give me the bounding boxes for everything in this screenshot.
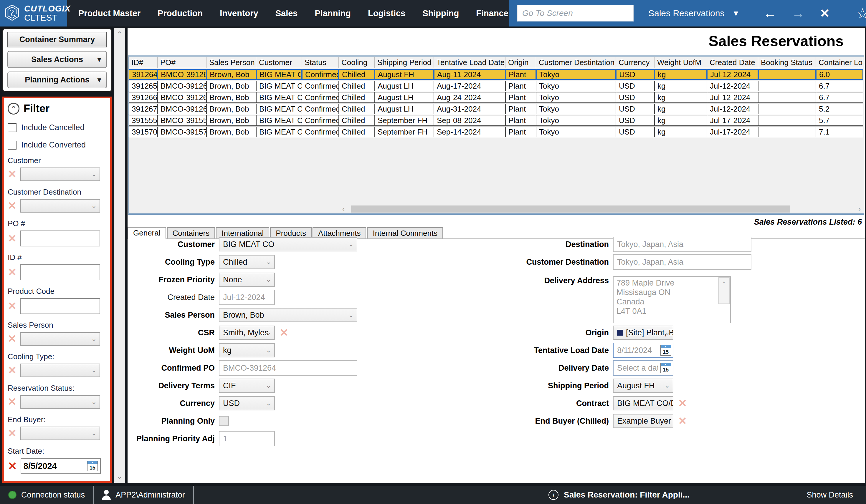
clear-field-icon[interactable]: ✕ xyxy=(279,327,288,338)
field-label-customer: Customer xyxy=(133,240,219,249)
nav-item-sales[interactable]: Sales xyxy=(275,9,298,18)
column-header-status[interactable]: Status xyxy=(302,57,339,68)
column-header-po[interactable]: PO# xyxy=(158,57,207,68)
go-to-screen-input[interactable] xyxy=(517,5,634,22)
select-value: None xyxy=(223,275,242,284)
nav-item-product-master[interactable]: Product Master xyxy=(78,9,141,18)
currency-select[interactable]: USD⌄ xyxy=(219,396,275,411)
filter-customer-select[interactable]: ⌄ xyxy=(20,168,100,181)
nav-item-production[interactable]: Production xyxy=(158,9,203,18)
nav-item-inventory[interactable]: Inventory xyxy=(220,9,258,18)
filter-po-input[interactable] xyxy=(20,231,100,246)
table-cell: Chilled xyxy=(339,126,375,137)
scroll-right-icon[interactable]: › xyxy=(858,205,861,213)
column-header-booking-status[interactable]: Booking Status xyxy=(758,57,816,68)
column-header-customer-destintation[interactable]: Customer Destintation xyxy=(536,57,616,68)
grid-horizontal-scrollbar[interactable]: ‹ › xyxy=(129,205,864,213)
column-header-currency[interactable]: Currency xyxy=(616,57,655,68)
close-screen-button[interactable]: ✕ xyxy=(820,7,830,20)
contract-select[interactable]: BIG MEAT CO/B⌄ xyxy=(613,396,673,411)
clear-field-icon[interactable]: ✕ xyxy=(678,416,687,426)
column-header-tentative-load-date[interactable]: Tentative Load Date xyxy=(434,57,506,68)
delivery-terms-select[interactable]: CIF⌄ xyxy=(219,379,275,393)
filter-customer-destination-select[interactable]: ⌄ xyxy=(20,199,100,213)
sales-actions-dropdown[interactable]: Sales Actions ▾ xyxy=(7,51,107,68)
sidebar-scrollbar[interactable]: ⌃ ⌄ xyxy=(114,28,125,483)
csr-select[interactable]: Smith, Myles⌄ xyxy=(219,326,275,340)
back-button[interactable]: ← xyxy=(763,5,777,21)
clear-filter-icon[interactable]: ✕ xyxy=(8,460,17,472)
filter-reservation-status-select[interactable]: ⌄ xyxy=(20,395,100,408)
screen-selector-dropdown[interactable]: Sales Reservations ▼ xyxy=(638,0,750,26)
scroll-left-icon[interactable]: ‹ xyxy=(342,205,345,213)
table-cell: 391570 xyxy=(129,126,158,137)
planning-only-checkbox[interactable] xyxy=(219,416,229,426)
scroll-up-icon[interactable]: ⌃ xyxy=(114,30,125,39)
checkbox-include-cancelled[interactable] xyxy=(8,123,16,132)
sales-person-select[interactable]: Brown, Bob⌄ xyxy=(219,308,357,322)
tab-general[interactable]: General xyxy=(127,227,166,239)
column-header-customer[interactable]: Customer xyxy=(256,57,302,68)
scroll-down-icon[interactable]: ⌄ xyxy=(114,472,125,481)
tentative-load-date-input[interactable]: 8/11/202415 xyxy=(613,343,673,358)
column-header-shipping-period[interactable]: Shipping Period xyxy=(375,57,434,68)
column-header-origin[interactable]: Origin xyxy=(506,57,536,68)
confirmed-po-input[interactable]: BMCO-391264 xyxy=(219,360,357,376)
delivery-date-input[interactable]: Select a date15 xyxy=(613,360,673,376)
calendar-icon[interactable]: 15 xyxy=(660,345,671,356)
textarea-scrollbar[interactable]: ⌄ xyxy=(719,277,730,304)
customer-select[interactable]: BIG MEAT CO⌄ xyxy=(219,237,357,251)
column-header-sales-person[interactable]: Sales Person xyxy=(207,57,256,68)
form-row-tentative-load-date: Tentative Load Date8/11/202415 xyxy=(489,341,813,359)
nav-item-finance[interactable]: Finance xyxy=(476,9,508,18)
column-header-weight-uofm[interactable]: Weight UofM xyxy=(655,57,707,68)
table-cell: Plant xyxy=(506,115,536,126)
filter-sales-person-select[interactable]: ⌄ xyxy=(20,332,100,346)
column-header-container-load[interactable]: Container Load xyxy=(816,57,863,68)
table-cell: BIG MEAT CO xyxy=(256,115,302,126)
frozen-priority-select[interactable]: None⌄ xyxy=(219,272,275,287)
delivery-address-textarea[interactable]: 789 Maple Drive Missisauga ON Canada L4T… xyxy=(613,276,731,323)
field-label-created-date: Created Date xyxy=(133,293,219,302)
shipping-period-select[interactable]: August FH⌄ xyxy=(613,379,673,393)
weight-uom-select[interactable]: kg⌄ xyxy=(219,343,275,357)
clear-field-icon[interactable]: ✕ xyxy=(678,398,687,408)
cooling-type-select[interactable]: Chilled⌄ xyxy=(219,255,275,269)
created-date-input[interactable]: Jul-12-2024 xyxy=(219,290,275,305)
collapse-filter-icon[interactable]: ⌃ xyxy=(8,103,20,114)
container-summary-button[interactable]: Container Summary xyxy=(7,32,107,47)
forward-button[interactable]: → xyxy=(791,5,805,21)
filter-product-code-input[interactable] xyxy=(20,298,100,314)
table-row[interactable]: 391264BMCO-391264Brown, BobBIG MEAT COCo… xyxy=(129,69,863,80)
filter-end-buyer-select[interactable]: ⌄ xyxy=(20,427,100,440)
filter-id-input[interactable] xyxy=(20,264,100,280)
origin-select[interactable]: [Site] Plant, B⌄ xyxy=(613,326,673,340)
filter-cooling-type-select[interactable]: ⌄ xyxy=(20,363,100,377)
checkbox-include-converted[interactable] xyxy=(8,141,16,149)
nav-item-shipping[interactable]: Shipping xyxy=(422,9,459,18)
table-row[interactable]: 391555BMCO-391555Brown, BobBIG MEAT COCo… xyxy=(129,115,863,126)
calendar-icon[interactable]: 15 xyxy=(87,461,98,471)
field-label-delivery-date: Delivery Date xyxy=(489,363,613,373)
column-header-created-date[interactable]: Created Date xyxy=(707,57,758,68)
column-header-id[interactable]: ID# xyxy=(129,57,158,68)
clear-filter-icon: ✕ xyxy=(8,428,16,439)
planning-actions-dropdown[interactable]: Planning Actions ▾ xyxy=(7,71,107,88)
end-buyer-chilled-select[interactable]: Example Buyer⌄ xyxy=(613,414,673,428)
filter-start-date-input[interactable]: 8/5/202415 xyxy=(21,458,101,474)
customer-destination-input[interactable]: Tokyo, Japan, Asia xyxy=(613,254,752,270)
table-row[interactable]: 391266BMCO-391266Brown, BobBIG MEAT COCo… xyxy=(129,92,863,103)
destination-input[interactable]: Tokyo, Japan, Asia xyxy=(613,237,752,252)
table-row[interactable]: 391570BMCO-391570Brown, BobBIG MEAT COCo… xyxy=(129,126,863,137)
nav-item-planning[interactable]: Planning xyxy=(314,9,351,18)
scrollbar-thumb[interactable] xyxy=(351,205,790,213)
table-cell: Brown, Bob xyxy=(207,69,256,80)
table-row[interactable]: 391267BMCO-391267Brown, BobBIG MEAT COCo… xyxy=(129,104,863,114)
nav-item-logistics[interactable]: Logistics xyxy=(368,9,405,18)
show-details-link[interactable]: Show Details xyxy=(807,491,853,500)
planning-priority-adj-input[interactable]: 1 xyxy=(219,431,275,446)
column-header-cooling[interactable]: Cooling xyxy=(339,57,375,68)
calendar-icon[interactable]: 15 xyxy=(660,363,671,373)
table-row[interactable]: 391265BMCO-391265Brown, BobBIG MEAT COCo… xyxy=(129,81,863,91)
favorite-star-button[interactable]: ☆ xyxy=(843,5,866,22)
